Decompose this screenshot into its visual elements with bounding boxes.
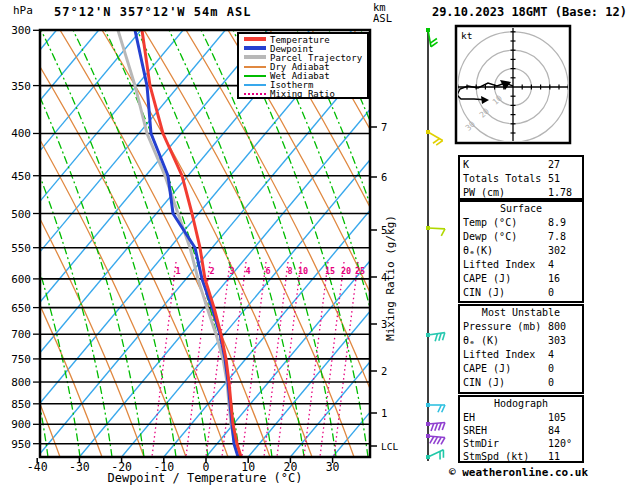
most-unstable-panel: Most Unstable Pressure (mb)800 θₑ (K)303… bbox=[458, 304, 584, 394]
stat-row: Pressure (mb)800 bbox=[460, 320, 582, 334]
svg-text:6: 6 bbox=[265, 266, 270, 276]
parcel-line-swatch bbox=[244, 55, 266, 59]
stat-row: CIN (J)0 bbox=[460, 286, 582, 300]
legend: Temperature Dewpoint Parcel Trajectory D… bbox=[237, 32, 369, 99]
svg-text:350: 350 bbox=[11, 80, 31, 93]
svg-text:900: 900 bbox=[11, 418, 31, 431]
stat-row: CAPE (J)16 bbox=[460, 272, 582, 286]
stat-row: Lifted Index4 bbox=[460, 348, 582, 362]
wind-barb bbox=[426, 403, 445, 412]
wind-barb bbox=[426, 434, 445, 444]
stat-row: EH105 bbox=[460, 411, 582, 424]
x-axis-title: Dewpoint / Temperature (°C) bbox=[60, 471, 350, 485]
stat-row: Totals Totals51 bbox=[460, 172, 582, 186]
svg-text:850: 850 bbox=[11, 398, 31, 411]
svg-text:2: 2 bbox=[209, 266, 214, 276]
skewt-sounding-page: hPa 57°12'N 357°12'W 54m ASL km ASL 29.1… bbox=[0, 0, 629, 486]
svg-text:1: 1 bbox=[175, 266, 180, 276]
stat-row: StmSpd (kt)11 bbox=[460, 450, 582, 463]
svg-text:10: 10 bbox=[298, 266, 308, 276]
copyright-credit: © weatheronline.co.uk bbox=[449, 466, 588, 479]
svg-text:500: 500 bbox=[11, 208, 31, 221]
dewpoint-line-swatch bbox=[244, 46, 266, 50]
isotherm-swatch bbox=[244, 84, 266, 86]
stat-row: CAPE (J)0 bbox=[460, 362, 582, 376]
stat-row: SREH84 bbox=[460, 424, 582, 437]
svg-text:6: 6 bbox=[381, 171, 387, 183]
svg-text:400: 400 bbox=[11, 127, 31, 140]
surface-panel: Surface Temp (°C)8.9 Dewp (°C)7.8 θₑ(K)3… bbox=[458, 200, 584, 303]
svg-text:600: 600 bbox=[11, 273, 31, 286]
svg-text:3: 3 bbox=[229, 266, 234, 276]
stat-row: CIN (J)0 bbox=[460, 376, 582, 390]
svg-text:15: 15 bbox=[325, 266, 335, 276]
mixing-ratio-axis-title: Mixing Ratio (g/kg) bbox=[384, 183, 398, 373]
wind-barb bbox=[426, 422, 445, 431]
stat-row: θₑ(K)302 bbox=[460, 244, 582, 258]
svg-text:450: 450 bbox=[11, 170, 31, 183]
svg-text:700: 700 bbox=[11, 328, 31, 341]
hodograph-panel-title: Hodograph bbox=[460, 397, 582, 411]
svg-text:1: 1 bbox=[381, 407, 387, 419]
stat-row: StmDir120° bbox=[460, 437, 582, 450]
svg-text:750: 750 bbox=[11, 353, 31, 366]
surface-panel-title: Surface bbox=[460, 202, 582, 216]
stat-row: θₑ (K)303 bbox=[460, 334, 582, 348]
svg-text:kt: kt bbox=[461, 30, 472, 41]
svg-text:800: 800 bbox=[11, 376, 31, 389]
svg-text:20: 20 bbox=[341, 266, 351, 276]
temperature-line-swatch bbox=[244, 37, 266, 41]
svg-text:8: 8 bbox=[287, 266, 292, 276]
wind-barb-column bbox=[426, 28, 445, 461]
svg-text:-40: -40 bbox=[27, 460, 48, 474]
stat-row: PW (cm)1.78 bbox=[460, 186, 582, 200]
svg-text:550: 550 bbox=[11, 242, 31, 255]
legend-label: Mixing Ratio bbox=[270, 89, 335, 99]
hodograph: 102030kt bbox=[456, 26, 570, 143]
indices-panel: K27 Totals Totals51 PW (cm)1.78 bbox=[458, 155, 584, 200]
svg-text:4: 4 bbox=[245, 266, 250, 276]
svg-text:7: 7 bbox=[381, 121, 387, 133]
legend-item: Mixing Ratio bbox=[244, 90, 367, 99]
wind-barb bbox=[426, 333, 445, 342]
svg-text:300: 300 bbox=[11, 24, 31, 37]
svg-text:950: 950 bbox=[11, 438, 31, 451]
dry-adiabat-swatch bbox=[244, 66, 266, 68]
svg-text:650: 650 bbox=[11, 302, 31, 315]
stat-row: Lifted Index4 bbox=[460, 258, 582, 272]
svg-text:25: 25 bbox=[355, 266, 365, 276]
wet-adiabat-swatch bbox=[244, 75, 266, 77]
stat-row: Temp (°C)8.9 bbox=[460, 216, 582, 230]
hodograph-panel: Hodograph EH105 SREH84 StmDir120° StmSpd… bbox=[458, 395, 584, 463]
mixing-ratio-swatch bbox=[244, 93, 266, 95]
svg-text:LCL: LCL bbox=[381, 441, 398, 452]
stat-row: K27 bbox=[460, 158, 582, 172]
stat-row: Dewp (°C)7.8 bbox=[460, 230, 582, 244]
most-unstable-title: Most Unstable bbox=[460, 306, 582, 320]
wind-barb bbox=[426, 226, 445, 236]
